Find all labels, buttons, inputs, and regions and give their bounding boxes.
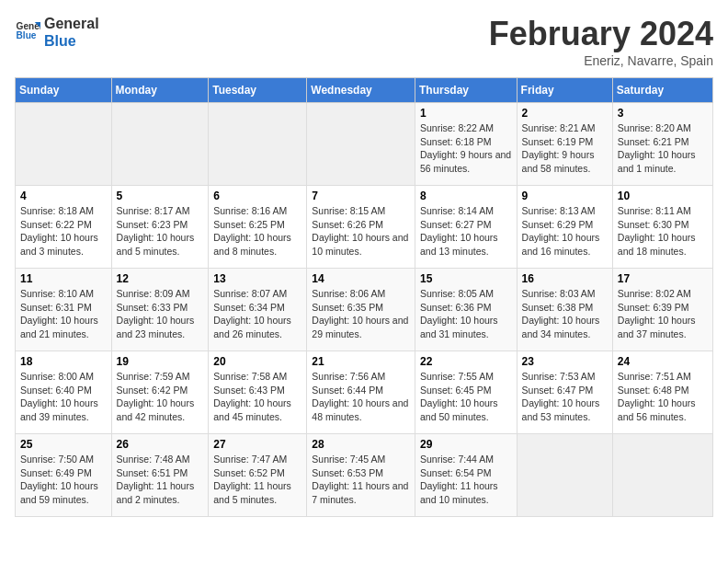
location: Eneriz, Navarre, Spain bbox=[489, 53, 713, 68]
day-info: Sunrise: 8:20 AMSunset: 6:21 PMDaylight:… bbox=[618, 121, 708, 176]
calendar-cell: 16Sunrise: 8:03 AMSunset: 6:38 PMDayligh… bbox=[517, 269, 612, 351]
day-number: 6 bbox=[213, 190, 301, 202]
calendar-cell: 18Sunrise: 8:00 AMSunset: 6:40 PMDayligh… bbox=[16, 351, 112, 434]
calendar-cell: 17Sunrise: 8:02 AMSunset: 6:39 PMDayligh… bbox=[612, 269, 712, 351]
day-info: Sunrise: 7:56 AMSunset: 6:44 PMDaylight:… bbox=[312, 370, 410, 424]
day-info: Sunrise: 7:55 AMSunset: 6:45 PMDaylight:… bbox=[420, 370, 512, 424]
week-row-4: 18Sunrise: 8:00 AMSunset: 6:40 PMDayligh… bbox=[16, 351, 713, 434]
day-number: 1 bbox=[420, 107, 512, 120]
day-number: 22 bbox=[420, 355, 512, 368]
calendar-cell: 28Sunrise: 7:45 AMSunset: 6:53 PMDayligh… bbox=[307, 434, 415, 517]
day-info: Sunrise: 7:58 AMSunset: 6:43 PMDaylight:… bbox=[213, 370, 301, 424]
day-info: Sunrise: 8:07 AMSunset: 6:34 PMDaylight:… bbox=[213, 287, 301, 341]
calendar-cell: 6Sunrise: 8:16 AMSunset: 6:25 PMDaylight… bbox=[209, 186, 307, 269]
calendar-cell: 27Sunrise: 7:47 AMSunset: 6:52 PMDayligh… bbox=[209, 434, 307, 517]
day-info: Sunrise: 8:15 AMSunset: 6:26 PMDaylight:… bbox=[312, 204, 410, 259]
weekday-header-thursday: Thursday bbox=[415, 78, 517, 103]
calendar-cell: 22Sunrise: 7:55 AMSunset: 6:45 PMDayligh… bbox=[415, 351, 517, 434]
calendar-cell: 29Sunrise: 7:44 AMSunset: 6:54 PMDayligh… bbox=[415, 434, 517, 517]
month-title: February 2024 bbox=[489, 15, 713, 53]
day-number: 12 bbox=[117, 272, 204, 285]
day-info: Sunrise: 8:17 AMSunset: 6:23 PMDaylight:… bbox=[117, 204, 204, 259]
calendar-cell: 4Sunrise: 8:18 AMSunset: 6:22 PMDaylight… bbox=[16, 186, 112, 269]
day-number: 8 bbox=[420, 190, 512, 202]
calendar-cell: 7Sunrise: 8:15 AMSunset: 6:26 PMDaylight… bbox=[307, 186, 415, 269]
week-row-2: 4Sunrise: 8:18 AMSunset: 6:22 PMDaylight… bbox=[16, 186, 713, 269]
calendar-cell bbox=[612, 434, 712, 517]
week-row-5: 25Sunrise: 7:50 AMSunset: 6:49 PMDayligh… bbox=[16, 434, 713, 517]
day-number: 19 bbox=[117, 355, 204, 368]
day-number: 14 bbox=[312, 272, 410, 285]
weekday-header-friday: Friday bbox=[517, 78, 612, 103]
day-number: 27 bbox=[213, 438, 301, 451]
calendar-cell: 9Sunrise: 8:13 AMSunset: 6:29 PMDaylight… bbox=[517, 186, 612, 269]
calendar-cell bbox=[111, 103, 209, 186]
weekday-header-tuesday: Tuesday bbox=[209, 78, 307, 103]
day-number: 24 bbox=[618, 355, 708, 368]
day-number: 15 bbox=[420, 272, 512, 285]
weekday-header-row: SundayMondayTuesdayWednesdayThursdayFrid… bbox=[16, 78, 713, 103]
day-number: 26 bbox=[117, 438, 204, 451]
calendar-header: SundayMondayTuesdayWednesdayThursdayFrid… bbox=[16, 78, 713, 103]
day-number: 10 bbox=[618, 190, 708, 202]
calendar-cell: 25Sunrise: 7:50 AMSunset: 6:49 PMDayligh… bbox=[16, 434, 112, 517]
day-number: 21 bbox=[312, 355, 410, 368]
day-number: 20 bbox=[213, 355, 301, 368]
day-number: 3 bbox=[618, 107, 708, 120]
calendar-cell: 11Sunrise: 8:10 AMSunset: 6:31 PMDayligh… bbox=[16, 269, 112, 351]
day-info: Sunrise: 8:22 AMSunset: 6:18 PMDaylight:… bbox=[420, 121, 512, 176]
day-number: 4 bbox=[20, 190, 107, 202]
day-number: 13 bbox=[213, 272, 301, 285]
day-number: 16 bbox=[522, 272, 608, 285]
day-info: Sunrise: 7:48 AMSunset: 6:51 PMDaylight:… bbox=[117, 453, 204, 507]
calendar-cell: 14Sunrise: 8:06 AMSunset: 6:35 PMDayligh… bbox=[307, 269, 415, 351]
day-number: 7 bbox=[312, 190, 410, 202]
day-info: Sunrise: 8:03 AMSunset: 6:38 PMDaylight:… bbox=[522, 287, 608, 341]
day-info: Sunrise: 8:11 AMSunset: 6:30 PMDaylight:… bbox=[618, 204, 708, 259]
week-row-1: 1Sunrise: 8:22 AMSunset: 6:18 PMDaylight… bbox=[16, 103, 713, 186]
title-block: February 2024 Eneriz, Navarre, Spain bbox=[489, 15, 713, 68]
day-info: Sunrise: 7:47 AMSunset: 6:52 PMDaylight:… bbox=[213, 453, 301, 507]
day-number: 2 bbox=[522, 107, 608, 120]
calendar-cell: 5Sunrise: 8:17 AMSunset: 6:23 PMDaylight… bbox=[111, 186, 209, 269]
page-header: General Blue General Blue February 2024 … bbox=[15, 15, 713, 68]
calendar-cell: 26Sunrise: 7:48 AMSunset: 6:51 PMDayligh… bbox=[111, 434, 209, 517]
day-number: 9 bbox=[522, 190, 608, 202]
day-info: Sunrise: 8:10 AMSunset: 6:31 PMDaylight:… bbox=[20, 287, 107, 341]
day-number: 18 bbox=[20, 355, 107, 368]
calendar-cell: 1Sunrise: 8:22 AMSunset: 6:18 PMDaylight… bbox=[415, 103, 517, 186]
day-info: Sunrise: 8:02 AMSunset: 6:39 PMDaylight:… bbox=[618, 287, 708, 341]
calendar-cell: 12Sunrise: 8:09 AMSunset: 6:33 PMDayligh… bbox=[111, 269, 209, 351]
calendar-cell: 21Sunrise: 7:56 AMSunset: 6:44 PMDayligh… bbox=[307, 351, 415, 434]
calendar-cell bbox=[517, 434, 612, 517]
day-number: 29 bbox=[420, 438, 512, 451]
calendar-body: 1Sunrise: 8:22 AMSunset: 6:18 PMDaylight… bbox=[16, 103, 713, 517]
calendar-cell: 20Sunrise: 7:58 AMSunset: 6:43 PMDayligh… bbox=[209, 351, 307, 434]
calendar-cell: 2Sunrise: 8:21 AMSunset: 6:19 PMDaylight… bbox=[517, 103, 612, 186]
svg-text:Blue: Blue bbox=[17, 30, 37, 40]
calendar-table: SundayMondayTuesdayWednesdayThursdayFrid… bbox=[15, 77, 713, 517]
calendar-cell bbox=[307, 103, 415, 186]
day-number: 11 bbox=[20, 272, 107, 285]
day-info: Sunrise: 7:44 AMSunset: 6:54 PMDaylight:… bbox=[420, 453, 512, 507]
day-number: 5 bbox=[117, 190, 204, 202]
day-info: Sunrise: 8:16 AMSunset: 6:25 PMDaylight:… bbox=[213, 204, 301, 259]
calendar-cell: 24Sunrise: 7:51 AMSunset: 6:48 PMDayligh… bbox=[612, 351, 712, 434]
weekday-header-sunday: Sunday bbox=[16, 78, 112, 103]
day-info: Sunrise: 8:21 AMSunset: 6:19 PMDaylight:… bbox=[522, 121, 608, 176]
day-info: Sunrise: 7:51 AMSunset: 6:48 PMDaylight:… bbox=[618, 370, 708, 424]
day-info: Sunrise: 8:09 AMSunset: 6:33 PMDaylight:… bbox=[117, 287, 204, 341]
calendar-cell: 10Sunrise: 8:11 AMSunset: 6:30 PMDayligh… bbox=[612, 186, 712, 269]
day-info: Sunrise: 7:59 AMSunset: 6:42 PMDaylight:… bbox=[117, 370, 204, 424]
weekday-header-monday: Monday bbox=[111, 78, 209, 103]
day-number: 23 bbox=[522, 355, 608, 368]
day-number: 25 bbox=[20, 438, 107, 451]
calendar-cell: 23Sunrise: 7:53 AMSunset: 6:47 PMDayligh… bbox=[517, 351, 612, 434]
weekday-header-wednesday: Wednesday bbox=[307, 78, 415, 103]
week-row-3: 11Sunrise: 8:10 AMSunset: 6:31 PMDayligh… bbox=[16, 269, 713, 351]
calendar-cell: 13Sunrise: 8:07 AMSunset: 6:34 PMDayligh… bbox=[209, 269, 307, 351]
day-info: Sunrise: 8:06 AMSunset: 6:35 PMDaylight:… bbox=[312, 287, 410, 341]
calendar-cell: 8Sunrise: 8:14 AMSunset: 6:27 PMDaylight… bbox=[415, 186, 517, 269]
day-info: Sunrise: 8:00 AMSunset: 6:40 PMDaylight:… bbox=[20, 370, 107, 424]
logo: General Blue General Blue bbox=[15, 15, 99, 50]
